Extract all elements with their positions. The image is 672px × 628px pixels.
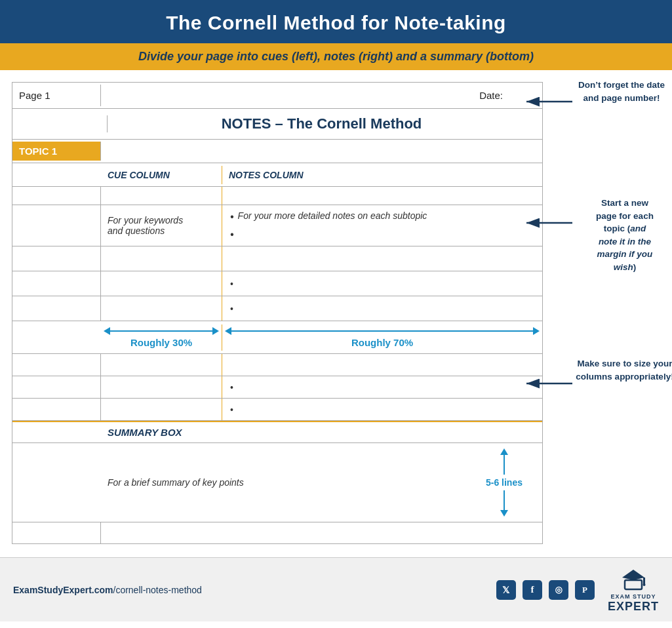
top-header-row: Page 1 Date:: [12, 83, 542, 109]
topic-label: TOPIC 1: [12, 142, 101, 161]
notes-column-header: NOTES COLUMN: [222, 166, 542, 184]
summary-blank-row: [12, 522, 542, 543]
arrow-h-1: [110, 330, 212, 332]
arrow-down: [500, 510, 508, 517]
main-content: Page 1 Date: NOTES – The Cornell Method …: [0, 70, 672, 551]
vert-line-2: [504, 490, 505, 510]
bullet-item-2: •: [230, 228, 534, 241]
cue-keywords: For your keywords and questions: [101, 205, 222, 246]
svg-point-9: [642, 583, 645, 586]
date-area: Date:: [101, 85, 542, 106]
page-wrapper: The Cornell Method for Note-taking Divid…: [0, 0, 672, 621]
cue-empty-1: [101, 187, 222, 205]
lna3: •: [222, 399, 542, 420]
title-row: NOTES – The Cornell Method: [12, 109, 542, 140]
lower-bullet-1: •: [230, 382, 233, 393]
arrow-left-2: [225, 327, 231, 335]
lower-bullet-2: •: [230, 404, 233, 415]
lines-label: 5-6 lines: [486, 477, 523, 488]
bullet-dot-4: •: [230, 304, 233, 314]
cornell-template: Page 1 Date: NOTES – The Cornell Method …: [12, 82, 543, 544]
title-spacer: [19, 115, 108, 132]
arrow-svg-3: [523, 370, 576, 397]
lower-blank-1: [12, 354, 542, 376]
ca2: [101, 271, 222, 296]
bullet-dot-3: •: [230, 279, 233, 289]
sb-area: [101, 522, 542, 543]
annot1-text: Don’t forget the date and page number!: [578, 80, 665, 103]
lm3: [12, 296, 101, 321]
empty-row-1: [12, 187, 542, 205]
arrow-up: [500, 448, 508, 455]
ca1: [101, 246, 222, 271]
summary-header-row: SUMMARY BOX: [12, 421, 542, 443]
notes-pct-label: Roughly 70%: [351, 337, 413, 348]
logo-svg: [620, 566, 647, 593]
svg-marker-7: [622, 570, 644, 580]
cue-line1: For your keywords: [108, 215, 215, 226]
annotations-area: Don’t forget the date and page number! S…: [543, 82, 667, 544]
blank-row-2: •: [12, 271, 542, 296]
bullet-dot-2: •: [230, 228, 234, 241]
summary-text: For a brief summary of key points: [108, 477, 244, 488]
cue-column-header: CUE COLUMN: [101, 166, 222, 184]
lower-blank-3: •: [12, 399, 542, 421]
cue-percent: Roughly 30%: [101, 324, 222, 351]
subtitle-text: Divide your page into cues (left), notes…: [13, 50, 659, 64]
summary-text-area: For a brief summary of key points 5-6 li…: [101, 443, 542, 522]
cue-pct-label: Roughly 30%: [130, 337, 192, 348]
annotation-3: Make sure to size your columns appropria…: [576, 357, 672, 383]
svg-rect-6: [625, 580, 642, 589]
left-margin: [12, 187, 101, 205]
vertical-arrow: [500, 448, 508, 475]
lm2: [12, 271, 101, 296]
instagram-icon[interactable]: ◎: [549, 580, 568, 600]
twitter-icon[interactable]: 𝕏: [496, 580, 516, 600]
svg-rect-8: [643, 578, 645, 584]
subtitle-bar: Divide your page into cues (left), notes…: [0, 43, 672, 70]
llm2: [12, 376, 101, 398]
na3: •: [222, 296, 542, 321]
annot3-text: Make sure to size your columns appropria…: [576, 359, 672, 382]
notes-percent: Roughly 70%: [222, 324, 542, 351]
lna1: [222, 354, 542, 376]
lm1: [12, 246, 101, 271]
annot2-line1: Start a new: [601, 198, 648, 208]
summary-box-label: SUMMARY BOX: [101, 423, 542, 442]
summary-content-row: For a brief summary of key points 5-6 li…: [12, 443, 542, 522]
na2: •: [222, 271, 542, 296]
annot2-line5: margin if you: [597, 249, 653, 259]
page-label: Page 1: [12, 85, 101, 106]
annot2-line3: topic (and: [604, 224, 646, 233]
arrow-h-2: [231, 330, 533, 332]
topic-row: TOPIC 1: [12, 140, 542, 163]
bullet-text-1: For your more detailed notes on each sub…: [238, 210, 427, 221]
page-header: The Cornell Method for Note-taking: [0, 0, 672, 43]
notes-arrow: [225, 327, 540, 335]
lca1: [101, 354, 222, 376]
notes-title: NOTES – The Cornell Method: [108, 115, 536, 132]
annot2-line2: page for each: [596, 211, 654, 221]
pinterest-icon[interactable]: P: [575, 580, 595, 600]
facebook-icon[interactable]: f: [523, 580, 542, 600]
lines-label-wrapper: 5-6 lines: [486, 448, 536, 517]
lca2: [101, 376, 222, 398]
cue-line2: and questions: [108, 226, 215, 236]
lna2: •: [222, 376, 542, 398]
ca3: [101, 296, 222, 321]
sb-lm: [12, 522, 101, 543]
notes-content: • For your more detailed notes on each s…: [222, 205, 542, 246]
col-headers-row: CUE COLUMN NOTES COLUMN: [12, 163, 542, 187]
percent-row: Roughly 30% Roughly 70%: [12, 321, 542, 354]
lower-blank-2: •: [12, 376, 542, 399]
keywords-row: For your keywords and questions • For yo…: [12, 205, 542, 246]
vertical-arrow-2: [500, 490, 508, 517]
brand-logo: EXAM STUDY EXPERT: [608, 566, 659, 614]
annot2-line4: note it in the: [599, 237, 651, 246]
annotation-1: Don’t forget the date and page number!: [576, 79, 667, 104]
brand-name: EXAM STUDY EXPERT: [608, 593, 659, 614]
footer-url: ExamStudyExpert.com/cornell-notes-method: [13, 585, 202, 595]
vert-line: [504, 455, 505, 475]
llm3: [12, 399, 101, 420]
footer-right: 𝕏 f ◎ P EXAM STUDY EXPERT: [496, 566, 659, 614]
